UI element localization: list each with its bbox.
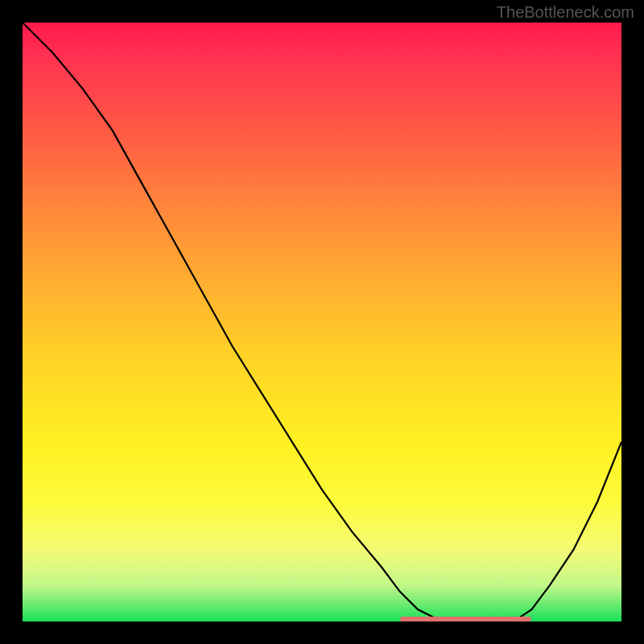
plot-area <box>23 23 621 621</box>
watermark-text: TheBottleneck.com <box>497 3 634 22</box>
optimal-range-marker <box>400 617 532 621</box>
bottleneck-curve <box>23 23 621 621</box>
